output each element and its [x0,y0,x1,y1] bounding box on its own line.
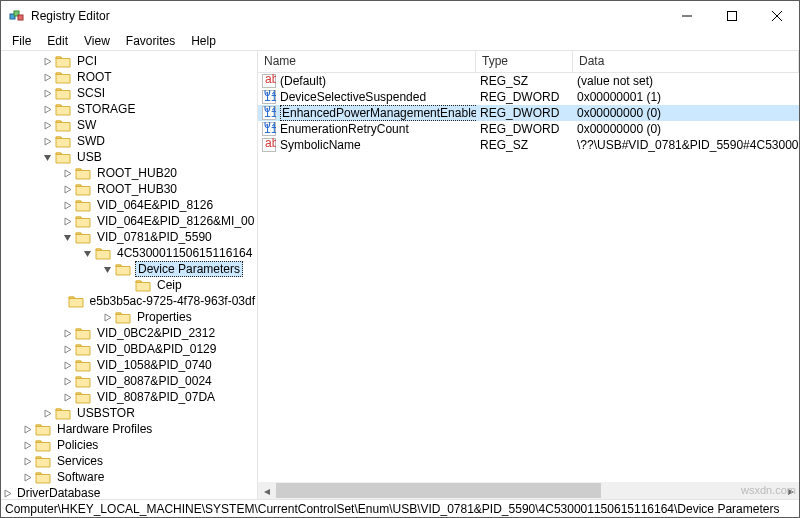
collapse-toggle[interactable] [81,247,93,259]
expand-toggle[interactable] [21,423,33,435]
expand-toggle[interactable] [41,87,53,99]
tree-node[interactable]: SW [1,117,257,133]
value-row[interactable]: EnumerationRetryCountREG_DWORD0x00000000… [258,121,799,137]
tree-node[interactable]: VID_0BC2&PID_2312 [1,325,257,341]
titlebar[interactable]: Registry Editor [1,1,799,31]
folder-icon [55,86,71,100]
value-row[interactable]: EnhancedPowerManagementEnabledREG_DWORD0… [258,105,799,121]
menu-edit[interactable]: Edit [40,32,75,50]
value-data: 0x00000001 (1) [573,90,799,104]
menu-file[interactable]: File [5,32,38,50]
expand-toggle[interactable] [41,135,53,147]
tree-node[interactable]: Services [1,453,257,469]
tree-node[interactable]: VID_8087&PID_0024 [1,373,257,389]
tree-node[interactable]: VID_064E&PID_8126 [1,197,257,213]
maximize-icon [727,11,737,21]
folder-icon [115,310,131,324]
folder-icon [75,390,91,404]
scroll-thumb[interactable] [276,483,601,498]
chevron-right-icon [63,361,72,370]
expand-toggle[interactable] [21,471,33,483]
folder-icon [55,150,71,164]
tree-node[interactable]: VID_8087&PID_07DA [1,389,257,405]
chevron-right-icon [63,393,72,402]
expand-toggle[interactable] [61,167,73,179]
expand-toggle[interactable] [101,311,113,323]
tree-node[interactable]: SWD [1,133,257,149]
tree-node[interactable]: ROOT_HUB20 [1,165,257,181]
expand-toggle[interactable] [61,199,73,211]
expand-toggle[interactable] [21,455,33,467]
collapse-toggle[interactable] [61,231,73,243]
tree-node[interactable]: Hardware Profiles [1,421,257,437]
expand-toggle[interactable] [61,359,73,371]
key-tree[interactable]: PCIROOTSCSISTORAGESWSWDUSBROOT_HUB20ROOT… [1,51,258,499]
content-area: PCIROOTSCSISTORAGESWSWDUSBROOT_HUB20ROOT… [1,51,799,499]
col-type[interactable]: Type [476,51,573,72]
expand-toggle[interactable] [61,215,73,227]
value-row[interactable]: DeviceSelectiveSuspendedREG_DWORD0x00000… [258,89,799,105]
value-data: \??\USB#VID_0781&PID_5590#4C530001150615… [573,138,799,152]
collapse-toggle[interactable] [41,151,53,163]
tree-node[interactable]: Properties [1,309,257,325]
expand-toggle[interactable] [61,343,73,355]
expand-toggle[interactable] [41,71,53,83]
expand-toggle[interactable] [1,487,13,499]
menu-help[interactable]: Help [184,32,223,50]
value-type: REG_DWORD [476,90,573,104]
expand-toggle[interactable] [61,391,73,403]
expand-toggle[interactable] [41,119,53,131]
tree-node[interactable]: USBSTOR [1,405,257,421]
minimize-icon [682,11,692,21]
folder-icon [75,182,91,196]
value-row[interactable]: SymbolicNameREG_SZ\??\USB#VID_0781&PID_5… [258,137,799,153]
tree-node[interactable]: Ceip [1,277,257,293]
folder-icon [55,118,71,132]
tree-node[interactable]: STORAGE [1,101,257,117]
expand-toggle[interactable] [61,375,73,387]
value-list[interactable]: (Default)REG_SZ(value not set)DeviceSele… [258,73,799,482]
tree-node[interactable]: VID_0781&PID_5590 [1,229,257,245]
col-data[interactable]: Data [573,51,799,72]
tree-node-label: VID_0BC2&PID_2312 [95,326,217,340]
expand-toggle[interactable] [61,327,73,339]
tree-node[interactable]: 4C530001150615116164 [1,245,257,261]
tree-node[interactable]: USB [1,149,257,165]
chevron-right-icon [103,313,112,322]
expand-toggle[interactable] [41,55,53,67]
minimize-button[interactable] [664,1,709,31]
tree-node[interactable]: Policies [1,437,257,453]
horizontal-scrollbar[interactable]: ◂ ▸ [258,482,799,499]
menu-favorites[interactable]: Favorites [119,32,182,50]
dword-value-icon [262,106,276,120]
expand-toggle[interactable] [41,103,53,115]
tree-node[interactable]: e5b3b5ac-9725-4f78-963f-03df [1,293,257,309]
expand-toggle[interactable] [21,439,33,451]
tree-node[interactable]: ROOT [1,69,257,85]
value-row[interactable]: (Default)REG_SZ(value not set) [258,73,799,89]
chevron-right-icon [23,441,32,450]
folder-icon [75,342,91,356]
tree-node[interactable]: DriverDatabase [1,485,257,499]
col-name[interactable]: Name [258,51,476,72]
collapse-toggle[interactable] [101,263,113,275]
tree-node[interactable]: Device Parameters [1,261,257,277]
chevron-right-icon [43,409,52,418]
tree-node[interactable]: PCI [1,53,257,69]
tree-node[interactable]: ROOT_HUB30 [1,181,257,197]
folder-icon [55,134,71,148]
tree-node[interactable]: VID_064E&PID_8126&MI_00 [1,213,257,229]
scroll-left-button[interactable]: ◂ [258,482,275,499]
folder-icon [35,470,51,484]
close-button[interactable] [754,1,799,31]
menu-view[interactable]: View [77,32,117,50]
maximize-button[interactable] [709,1,754,31]
tree-node[interactable]: VID_1058&PID_0740 [1,357,257,373]
tree-node[interactable]: VID_0BDA&PID_0129 [1,341,257,357]
expand-toggle[interactable] [61,183,73,195]
tree-node-label: Properties [135,310,194,324]
chevron-right-icon [43,57,52,66]
tree-node[interactable]: SCSI [1,85,257,101]
tree-node[interactable]: Software [1,469,257,485]
expand-toggle[interactable] [41,407,53,419]
